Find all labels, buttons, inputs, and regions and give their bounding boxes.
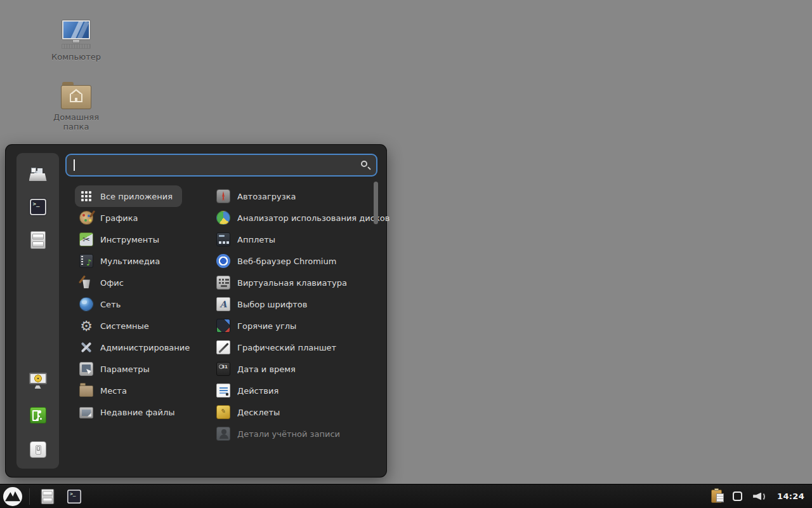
computer-icon (60, 20, 92, 49)
datetime-icon (216, 362, 230, 376)
shutdown-icon (30, 441, 46, 458)
app-item[interactable]: Виртуальная клавиатура (212, 272, 357, 293)
tray-icon-group (711, 490, 766, 503)
app-item[interactable]: Апплеты (212, 229, 285, 250)
desktop-icon-home-folder[interactable]: Домашняя папка (46, 81, 107, 131)
app-list: Автозагрузка Анализатор использования ди… (212, 185, 377, 444)
panel-left-zone (0, 485, 88, 508)
admin-tools-icon (79, 340, 93, 354)
notifications-icon[interactable] (733, 491, 742, 501)
category-item[interactable]: Все приложения (75, 185, 182, 207)
application-menu: Все приложения Графика Инструменты Мульт… (5, 144, 387, 478)
applets-icon (216, 232, 230, 246)
search-input[interactable] (65, 154, 377, 177)
app-label: Анализатор использования дисков (237, 213, 390, 223)
app-item[interactable]: Дата и время (212, 358, 305, 380)
menu-button[interactable] (0, 485, 25, 508)
category-label: Недавние файлы (100, 408, 175, 417)
volume-icon[interactable] (753, 491, 766, 502)
search-icon (360, 160, 370, 170)
category-label: Инструменты (100, 235, 159, 244)
app-item[interactable]: Детали учётной записи (212, 423, 350, 444)
desktop-icon-label: Домашняя папка (46, 112, 107, 131)
clock[interactable]: 14:24 (777, 491, 804, 501)
panel-separator (29, 488, 30, 505)
app-list-scrollbar[interactable] (374, 182, 378, 224)
recent-files-icon (79, 407, 93, 418)
rocket-icon (216, 189, 230, 203)
app-label: Действия (237, 386, 278, 396)
category-item[interactable]: Мультимедиа (75, 250, 169, 272)
category-label: Места (100, 386, 127, 396)
terminal-icon (30, 199, 46, 215)
sidebar-bottom-group (25, 370, 51, 460)
sidebar-software-manager-button[interactable] (25, 163, 51, 185)
menu-sidebar (16, 153, 59, 469)
category-item[interactable]: Параметры (75, 358, 159, 380)
app-item[interactable]: Горячие углы (212, 315, 306, 337)
category-item[interactable]: Сеть (75, 293, 130, 315)
desktop-icon-computer[interactable]: Компьютер (46, 20, 107, 62)
lock-screen-icon (29, 371, 48, 391)
terminal-icon (67, 489, 81, 503)
settings-panel-icon (79, 362, 93, 376)
sidebar-logout-button[interactable] (25, 404, 51, 426)
sidebar-shutdown-button[interactable] (25, 439, 51, 460)
office-icon (79, 276, 93, 290)
actions-list-icon (216, 384, 230, 398)
places-folder-icon (79, 385, 93, 397)
software-boxes-icon (29, 164, 48, 184)
category-item[interactable]: Недавние файлы (75, 401, 185, 423)
category-item[interactable]: Системные (75, 315, 159, 337)
file-cabinet-icon (30, 231, 46, 249)
app-label: Автозагрузка (237, 192, 296, 201)
app-item[interactable]: Веб-браузер Chromium (212, 250, 346, 272)
category-label: Параметры (100, 364, 150, 374)
category-item[interactable]: Места (75, 380, 136, 401)
app-label: Апплеты (237, 235, 275, 244)
system-tray: 14:24 (711, 490, 812, 503)
search-box (65, 154, 377, 177)
app-item[interactable]: Автозагрузка (212, 185, 305, 207)
hot-corners-icon (216, 319, 230, 333)
app-label: Графический планшет (237, 343, 336, 352)
app-label: Веб-браузер Chromium (237, 257, 336, 266)
category-label: Графика (100, 213, 138, 223)
app-label: Горячие углы (237, 321, 296, 331)
app-label: Десклеты (237, 408, 280, 417)
sidebar-lock-screen-button[interactable] (25, 370, 51, 392)
app-label: Дата и время (237, 364, 296, 374)
sidebar-file-manager-button[interactable] (25, 229, 51, 251)
app-item[interactable]: Анализатор использования дисков (212, 207, 399, 229)
sidebar-top-group (25, 163, 51, 251)
gear-icon (79, 319, 93, 333)
category-label: Офис (100, 278, 124, 288)
sidebar-terminal-button[interactable] (25, 196, 51, 218)
tablet-pen-icon (216, 340, 230, 354)
category-item[interactable]: Графика (75, 207, 148, 229)
text-caret (74, 159, 75, 171)
launcher-file-manager[interactable] (36, 485, 59, 508)
app-item[interactable]: Графический планшет (212, 337, 346, 358)
clipboard-icon[interactable] (711, 490, 722, 503)
globe-icon (79, 297, 93, 311)
category-label: Системные (100, 321, 149, 331)
app-item[interactable]: Действия (212, 380, 288, 401)
font-a-icon (216, 297, 230, 311)
category-item[interactable]: Офис (75, 272, 133, 293)
palette-icon (79, 211, 93, 225)
category-item[interactable]: Администрирование (75, 337, 199, 358)
app-item[interactable]: Выбор шрифтов (212, 293, 317, 315)
app-label: Виртуальная клавиатура (237, 278, 347, 288)
category-label: Все приложения (100, 192, 173, 201)
keyboard-icon (216, 276, 230, 290)
launcher-terminal[interactable] (63, 485, 86, 508)
account-icon (216, 427, 230, 441)
category-list: Все приложения Графика Инструменты Мульт… (75, 185, 199, 423)
desklet-icon (216, 405, 230, 419)
logout-icon (30, 407, 46, 424)
app-item[interactable]: Десклеты (212, 401, 289, 423)
home-folder-icon (61, 85, 91, 109)
chromium-icon (216, 254, 230, 268)
category-item[interactable]: Инструменты (75, 229, 169, 250)
